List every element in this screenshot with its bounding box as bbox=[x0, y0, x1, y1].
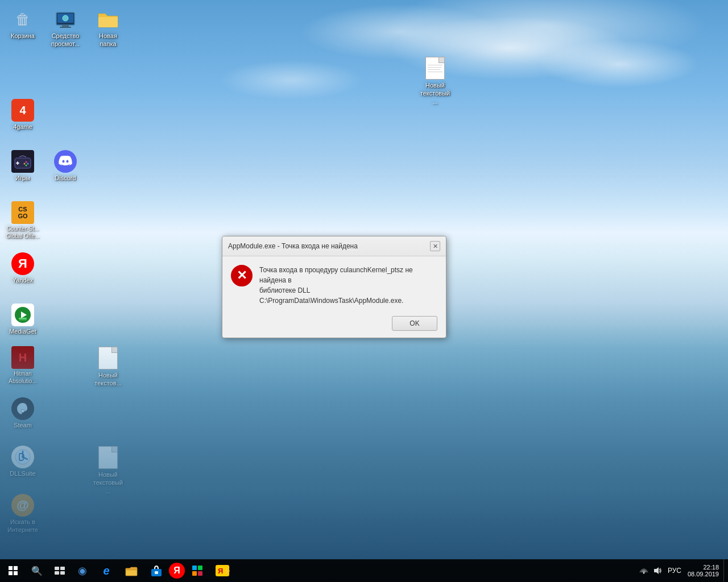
svg-rect-36 bbox=[198, 571, 202, 576]
csgo-label: Counter-St...Global Offe... bbox=[6, 225, 40, 240]
desktop-icon-sredstvo[interactable]: Средство просмот... bbox=[46, 6, 85, 51]
taskbar-programs: e Я bbox=[94, 559, 235, 582]
new-text1-label: Новый текстов... bbox=[90, 371, 126, 388]
svg-rect-22 bbox=[9, 566, 13, 570]
desktop-icon-new-text2[interactable]: Новый текстовый ... bbox=[88, 443, 128, 497]
desktop-icon-dllsuite[interactable]: DLLSuite bbox=[3, 443, 43, 480]
dllsuite-icon bbox=[11, 446, 34, 468]
mediaget-label: MediaGet bbox=[9, 327, 36, 335]
hitman-icon: H bbox=[11, 346, 34, 369]
svg-rect-35 bbox=[192, 571, 197, 576]
show-desktop-button[interactable] bbox=[723, 559, 728, 582]
svg-point-19 bbox=[22, 410, 24, 413]
dialog-footer: OK bbox=[222, 311, 446, 338]
steam-label: Steam bbox=[14, 421, 32, 429]
svg-rect-34 bbox=[198, 566, 202, 570]
csgo-icon: CSGO bbox=[11, 201, 34, 224]
svg-rect-26 bbox=[55, 567, 59, 570]
svg-rect-27 bbox=[60, 567, 65, 570]
taskbar-clock[interactable]: 22:18 08.09.2019 bbox=[688, 564, 723, 577]
desktop-icon-recycle-bin[interactable]: 🗑 Корзина bbox=[3, 6, 43, 42]
new-text2-icon bbox=[98, 446, 118, 469]
new-text-doc-label: Новыйтекстовый ... bbox=[417, 81, 453, 106]
4game-label: 4game bbox=[13, 123, 32, 131]
svg-rect-3 bbox=[62, 25, 69, 27]
dialog-titlebar: AppModule.exe - Точка входа не найдена ✕ bbox=[222, 236, 446, 256]
discord-icon bbox=[54, 150, 77, 173]
svg-rect-24 bbox=[9, 571, 13, 575]
recycle-bin-icon: 🗑 bbox=[11, 8, 34, 31]
desktop-icon-4game[interactable]: 4 4game bbox=[3, 97, 43, 133]
svg-rect-28 bbox=[55, 571, 59, 575]
desktop-icon-discord[interactable]: Discord bbox=[46, 148, 85, 184]
desktop-icon-csgo[interactable]: CSGO Counter-St...Global Offe... bbox=[3, 199, 43, 242]
yandex-label: Yandex bbox=[13, 276, 34, 284]
hitman-label: HitmanAbsolutio... bbox=[9, 370, 36, 385]
notification-area: РУС bbox=[634, 564, 688, 577]
start-button[interactable] bbox=[0, 559, 26, 582]
desktop-icon-search-internet[interactable]: @ Искать в Интернете bbox=[3, 492, 43, 537]
dialog-body: ✕ Точка входа в процедуру culaunchKernel… bbox=[222, 256, 446, 311]
svg-rect-23 bbox=[14, 566, 18, 570]
svg-rect-25 bbox=[14, 571, 18, 575]
desktop: 🗑 Корзина Средство просмот... Новая папк… bbox=[0, 0, 728, 582]
svg-rect-16 bbox=[19, 318, 27, 319]
search-internet-icon: @ bbox=[11, 494, 34, 517]
dialog-close-button[interactable]: ✕ bbox=[430, 241, 440, 251]
svg-point-21 bbox=[22, 456, 24, 458]
taskbar-edge[interactable]: e bbox=[94, 559, 119, 582]
network-icon[interactable] bbox=[638, 564, 650, 577]
desktop-icon-steam[interactable]: Steam bbox=[3, 395, 43, 431]
desktop-icon-hitman[interactable]: H HitmanAbsolutio... bbox=[3, 344, 43, 387]
yandex-icon: Я bbox=[11, 252, 34, 275]
discord-label: Discord bbox=[55, 174, 76, 182]
volume-icon[interactable] bbox=[651, 564, 664, 577]
new-text2-label: Новый текстовый ... bbox=[90, 471, 126, 495]
svg-text:⚡: ⚡ bbox=[223, 567, 230, 575]
error-dialog: AppModule.exe - Точка входа не найдена ✕… bbox=[222, 236, 446, 338]
svg-point-12 bbox=[26, 165, 27, 167]
dialog-overlay: AppModule.exe - Точка входа не найдена ✕… bbox=[0, 0, 728, 582]
svg-rect-9 bbox=[16, 163, 19, 164]
steam-icon bbox=[11, 397, 34, 420]
svg-text:Я: Я bbox=[218, 567, 223, 575]
4game-icon: 4 bbox=[11, 99, 34, 122]
desktop-icon-new-text1[interactable]: Новый текстов... bbox=[88, 344, 128, 390]
dllsuite-label: DLLSuite bbox=[10, 469, 35, 477]
desktop-icon-new-text-doc[interactable]: Новыйтекстовый ... bbox=[415, 54, 455, 108]
clock-date: 08.09.2019 bbox=[688, 571, 719, 577]
taskbar-store[interactable] bbox=[144, 559, 169, 582]
taskbar-search-button[interactable]: 🔍 bbox=[26, 559, 48, 582]
new-text-doc-icon bbox=[425, 56, 445, 80]
svg-point-10 bbox=[26, 161, 27, 163]
svg-point-13 bbox=[24, 163, 26, 165]
taskbar-cortana-button[interactable]: ◉ bbox=[71, 559, 94, 582]
svg-marker-41 bbox=[654, 567, 659, 574]
search-internet-label: Искать в Интернете bbox=[5, 518, 40, 534]
svg-point-20 bbox=[15, 450, 30, 464]
desktop-icon-new-folder1[interactable]: Новая папка bbox=[88, 6, 128, 51]
svg-rect-33 bbox=[192, 566, 197, 570]
taskbar: 🔍 ◉ e bbox=[0, 559, 728, 582]
igry-label: Игры bbox=[15, 174, 30, 182]
svg-point-11 bbox=[27, 163, 29, 165]
svg-point-2 bbox=[63, 15, 68, 21]
recycle-bin-label: Корзина bbox=[11, 32, 35, 40]
ok-button[interactable]: OK bbox=[392, 316, 437, 331]
taskbar-explorer[interactable] bbox=[119, 559, 144, 582]
svg-rect-29 bbox=[60, 571, 65, 575]
igry-icon bbox=[11, 150, 34, 173]
dialog-title: AppModule.exe - Точка входа не найдена bbox=[228, 242, 358, 250]
new-folder1-label: Новая папка bbox=[90, 32, 126, 48]
taskbar-language[interactable]: РУС bbox=[665, 567, 684, 575]
mediaget-icon bbox=[11, 304, 34, 326]
taskbar-grid-app[interactable] bbox=[185, 559, 210, 582]
taskbar-yandex[interactable]: Я bbox=[169, 563, 185, 579]
taskbar-taskview-button[interactable] bbox=[48, 559, 71, 582]
svg-rect-17 bbox=[19, 319, 27, 321]
desktop-icon-mediaget[interactable]: MediaGet bbox=[3, 301, 43, 338]
desktop-icon-yandex[interactable]: Я Yandex bbox=[3, 250, 43, 286]
desktop-icon-igry[interactable]: Игры bbox=[3, 148, 43, 184]
taskbar-yandex2[interactable]: Я ⚡ bbox=[210, 559, 235, 582]
sredstvo-label: Средство просмот... bbox=[48, 32, 83, 48]
